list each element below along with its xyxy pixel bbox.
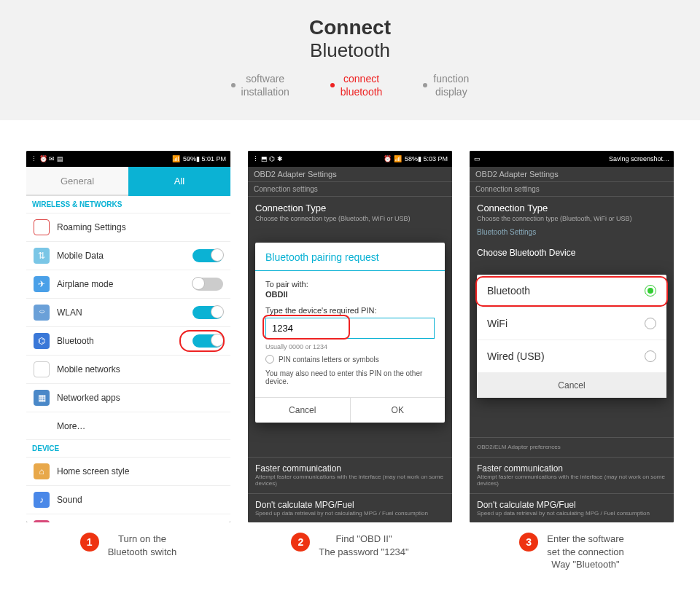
phone-3-connection-type: ▭ Saving screenshot… OBD2 Adapter Settin… xyxy=(470,151,674,522)
row-sound[interactable]: ♪Sound xyxy=(26,486,230,514)
pair-with-label: To pair with: xyxy=(265,280,435,289)
pin-input-wrapper xyxy=(265,318,435,339)
step-number: 3 xyxy=(519,533,538,552)
connection-type-title: Connection Type xyxy=(470,197,674,215)
radio-icon xyxy=(645,318,656,329)
ok-button[interactable]: OK xyxy=(350,398,446,423)
bluetooth-toggle[interactable] xyxy=(192,334,223,348)
row-more[interactable]: More… xyxy=(26,412,230,440)
connection-type-title: Connection Type xyxy=(248,197,452,215)
row-faster-comm[interactable]: Faster communication Attempt faster comm… xyxy=(248,457,452,493)
choose-device: Choose Bluetooth Device xyxy=(470,242,674,259)
row-display[interactable]: ▭Display xyxy=(26,514,230,522)
status-left-icons: ▭ xyxy=(474,155,481,162)
radio-wifi[interactable]: WiFi xyxy=(477,307,666,340)
dialog-note: You may also need to enter this PIN on t… xyxy=(265,369,435,385)
status-left-icons: ⋮ ⏰ ✉ ▤ xyxy=(31,155,63,162)
row-airplane[interactable]: ✈Airplane mode xyxy=(26,270,230,299)
phones-row: ⋮ ⏰ ✉ ▤ 📶 59%▮ 5:01 PM General All WIREL… xyxy=(0,151,700,522)
sound-icon: ♪ xyxy=(34,492,50,508)
nav-row: softwareinstallation connectbluetooth fu… xyxy=(0,72,700,98)
tab-all[interactable]: All xyxy=(128,167,230,196)
connection-type-desc: Choose the connection type (Bluetooth, W… xyxy=(248,215,452,228)
caption-text: Turn on theBluetooth switch xyxy=(108,533,177,558)
row-home-style[interactable]: ⌂Home screen style xyxy=(26,458,230,486)
dot-icon xyxy=(231,83,236,87)
page-title: Connect Bluetooth xyxy=(0,16,700,62)
dot-icon xyxy=(330,83,335,87)
checkbox-icon xyxy=(265,355,274,364)
networked-apps-icon: ▦ xyxy=(34,390,50,406)
caption-text: Enter the softwareset the connectionWay … xyxy=(547,533,624,571)
row-wlan[interactable]: ⌔WLAN xyxy=(26,299,230,327)
title-light: Bluetooth xyxy=(310,39,390,61)
row-faster-comm[interactable]: Faster communication Attempt faster comm… xyxy=(470,457,674,493)
pin-hint: Usually 0000 or 1234 xyxy=(265,343,435,350)
radio-icon xyxy=(645,285,656,297)
display-icon: ▭ xyxy=(34,520,50,522)
status-bar: ⋮ ⏰ ✉ ▤ 📶 59%▮ 5:01 PM xyxy=(26,151,230,167)
caption-1: 1 Turn on theBluetooth switch xyxy=(26,533,230,571)
airplane-icon: ✈ xyxy=(34,276,50,292)
caption-3: 3 Enter the softwareset the connectionWa… xyxy=(470,533,674,571)
connection-type-sheet: Bluetooth WiFi Wired (USB) Cancel xyxy=(477,275,666,398)
sub-bar: Connection settings xyxy=(470,182,674,197)
bluetooth-icon: ⌬ xyxy=(34,333,50,349)
nav-function-display[interactable]: functiondisplay xyxy=(423,72,469,98)
settings-tabs: General All xyxy=(26,167,230,196)
caption-text: Find "OBD II"The password "1234" xyxy=(319,533,408,558)
phone-2-pairing: ⋮ ⬒ ⌬ ✱ ⏰ 📶 58%▮ 5:03 PM OBD2 Adapter Se… xyxy=(248,151,452,522)
airplane-toggle[interactable] xyxy=(192,278,223,291)
bluetooth-pairing-dialog: Bluetooth pairing request To pair with: … xyxy=(255,243,445,423)
dialog-body: To pair with: OBDII Type the device's re… xyxy=(255,271,445,397)
mobile-data-toggle[interactable] xyxy=(192,249,223,262)
dot-icon xyxy=(423,83,427,87)
phone-1-settings: ⋮ ⏰ ✉ ▤ 📶 59%▮ 5:01 PM General All WIREL… xyxy=(26,151,230,522)
row-mpg[interactable]: Don't calculate MPG/Fuel Speed up data r… xyxy=(470,493,674,523)
roaming-icon: △ xyxy=(34,219,50,235)
cancel-button[interactable]: Cancel xyxy=(255,398,350,423)
home-icon: ⌂ xyxy=(34,463,50,479)
obd-screen: OBD2 Adapter Settings Connection setting… xyxy=(470,167,674,522)
connection-type-desc: Choose the connection type (Bluetooth, W… xyxy=(470,215,674,228)
step-number: 1 xyxy=(80,533,99,552)
row-roaming[interactable]: △Roaming Settings xyxy=(26,213,230,242)
row-networked-apps[interactable]: ▦Networked apps xyxy=(26,384,230,412)
wlan-icon: ⌔ xyxy=(34,305,50,321)
bt-settings-label: Bluetooth Settings xyxy=(470,228,674,242)
pin-input[interactable] xyxy=(265,318,435,339)
status-right: 📶 59%▮ 5:01 PM xyxy=(172,155,226,162)
tab-general[interactable]: General xyxy=(26,167,128,196)
settings-body: General All WIRELESS & NETWORKS △Roaming… xyxy=(26,167,230,522)
cancel-button[interactable]: Cancel xyxy=(477,373,666,398)
nav-software-installation[interactable]: softwareinstallation xyxy=(231,72,289,98)
app-bar: OBD2 Adapter Settings xyxy=(470,167,674,182)
pin-prompt: Type the device's required PIN: xyxy=(265,306,435,315)
mobile-networks-icon: ((•)) xyxy=(34,361,50,377)
pair-device-name: OBDII xyxy=(265,290,435,299)
section-wireless-header: WIRELESS & NETWORKS xyxy=(26,196,230,213)
captions-row: 1 Turn on theBluetooth switch 2 Find "OB… xyxy=(0,533,700,571)
row-mobile-networks[interactable]: ((•))Mobile networks xyxy=(26,356,230,384)
dialog-title: Bluetooth pairing request xyxy=(255,243,445,271)
pin-letters-checkbox-row[interactable]: PIN contains letters or symbols xyxy=(265,355,435,364)
status-left-icons: ⋮ ⬒ ⌬ ✱ xyxy=(252,155,283,162)
radio-icon xyxy=(645,350,656,362)
nav-connect-bluetooth[interactable]: connectbluetooth xyxy=(330,72,383,98)
section-device-header: DEVICE xyxy=(26,440,230,458)
status-bar: ▭ Saving screenshot… xyxy=(470,151,674,167)
radio-usb[interactable]: Wired (USB) xyxy=(477,340,666,373)
row-mpg[interactable]: Don't calculate MPG/Fuel Speed up data r… xyxy=(248,493,452,523)
app-bar: OBD2 Adapter Settings xyxy=(248,167,452,182)
obd-screen: OBD2 Adapter Settings Connection setting… xyxy=(248,167,452,522)
radio-bluetooth[interactable]: Bluetooth xyxy=(477,275,666,307)
title-bold: Connect xyxy=(309,16,391,39)
step-number: 2 xyxy=(291,533,310,552)
row-adapter-prefs: OBD2/ELM Adapter preferences xyxy=(470,437,674,457)
mobile-data-icon: ⇅ xyxy=(34,248,50,264)
wlan-toggle[interactable] xyxy=(192,306,223,319)
row-mobile-data[interactable]: ⇅Mobile Data xyxy=(26,242,230,270)
row-bluetooth[interactable]: ⌬ Bluetooth xyxy=(26,327,230,356)
status-bar: ⋮ ⬒ ⌬ ✱ ⏰ 📶 58%▮ 5:03 PM xyxy=(248,151,452,167)
status-right: ⏰ 📶 58%▮ 5:03 PM xyxy=(384,155,448,162)
